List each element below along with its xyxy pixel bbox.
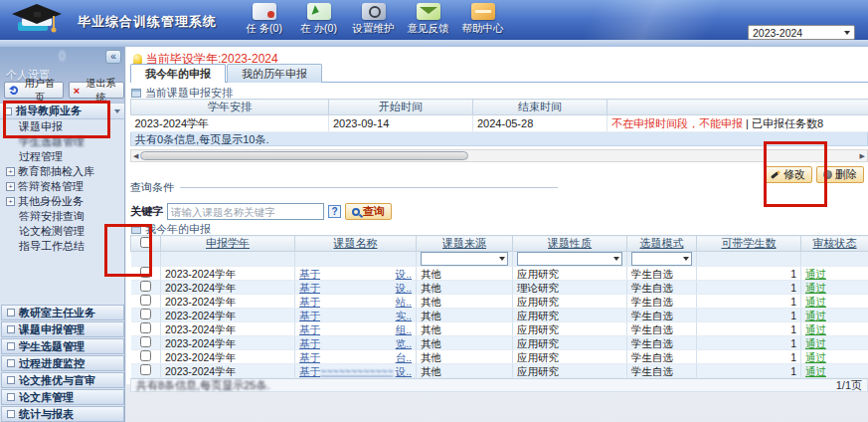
sidebar-item-4[interactable]: +答辩资格管理 bbox=[0, 179, 124, 194]
sidebar-item-6[interactable]: 答辩安排查询 bbox=[0, 209, 124, 224]
topic-title-link-end[interactable]: 览.. bbox=[396, 337, 412, 349]
sidebar-item-3[interactable]: +教育部抽检入库 bbox=[0, 164, 124, 179]
sidebar-item-7[interactable]: 论文检测管理 bbox=[0, 224, 124, 239]
topic-title-link[interactable]: 基于 bbox=[299, 351, 320, 363]
modify-button[interactable]: 修改 bbox=[764, 166, 812, 183]
filter-select[interactable] bbox=[421, 252, 508, 266]
topic-title-link[interactable]: 基于 bbox=[299, 310, 320, 321]
topic-title-link[interactable]: 基于 bbox=[299, 337, 320, 349]
topic-title-link[interactable]: 基于 bbox=[299, 365, 320, 377]
topic-title-link-end[interactable]: 设.. bbox=[396, 268, 412, 280]
nav-item-feedback[interactable]: 意见反馈 bbox=[401, 3, 455, 36]
nav-item-help[interactable]: 帮助中心 bbox=[455, 3, 510, 36]
status-pass-link[interactable]: 通过 bbox=[805, 323, 826, 335]
sidebar-item-2[interactable]: 过程管理 bbox=[0, 149, 124, 164]
scroll-right-icon[interactable]: ▶ bbox=[860, 151, 865, 161]
row-checkbox[interactable] bbox=[140, 322, 151, 333]
report-row-7: 2023-2024学年基于~~~~~~~~~~~~设..其他应用研究学生自选1通… bbox=[131, 364, 868, 378]
sidebar-section-4[interactable]: 论文推优与盲审 bbox=[1, 372, 124, 388]
logout-button[interactable]: × 退出系统 bbox=[69, 82, 124, 99]
delete-button[interactable]: 删除 bbox=[816, 166, 864, 183]
sidebar-section-3[interactable]: 过程进度监控 bbox=[1, 355, 124, 371]
year-select[interactable]: 2023-2024 bbox=[748, 25, 855, 40]
report-table-body: 2023-2024学年基于设..其他应用研究学生自选1通过2023-2024学年… bbox=[131, 267, 868, 378]
scrollbar-thumb[interactable] bbox=[140, 151, 468, 160]
horizontal-scrollbar[interactable]: ◀ ▶ bbox=[130, 149, 868, 162]
nav-item-tasks[interactable]: 任 务(0) bbox=[237, 3, 291, 36]
row-nature-cell: 应用研究 bbox=[513, 364, 627, 378]
row-checkbox[interactable] bbox=[140, 336, 151, 347]
topic-title-link-end[interactable]: 实.. bbox=[396, 310, 412, 321]
scroll-left-icon[interactable]: ◀ bbox=[133, 151, 138, 161]
report-column-header: 课题来源 bbox=[417, 236, 513, 252]
status-pass-link[interactable]: 通过 bbox=[805, 268, 826, 280]
row-year-cell: 2023-2024学年 bbox=[161, 267, 295, 281]
row-checkbox[interactable] bbox=[140, 267, 151, 278]
page-indicator: 1/1页 bbox=[836, 379, 862, 391]
expand-plus-icon[interactable]: + bbox=[6, 182, 15, 191]
filter-select[interactable] bbox=[631, 252, 692, 266]
topic-title-link-end[interactable]: 设.. bbox=[396, 282, 412, 294]
home-button[interactable]: 用户首页 bbox=[4, 82, 64, 99]
expand-plus-icon[interactable]: + bbox=[6, 197, 15, 206]
topic-title-link-end[interactable]: 台.. bbox=[396, 351, 412, 363]
schedule-row: 2023-2024学年 2023-09-14 2024-05-28 不在申报时间… bbox=[131, 115, 868, 132]
topic-title-link[interactable]: 基于 bbox=[299, 323, 320, 335]
column-sort-link[interactable]: 可带学生数 bbox=[722, 237, 777, 249]
topic-title: 基于览.. bbox=[299, 337, 412, 349]
row-checkbox[interactable] bbox=[140, 309, 151, 319]
sidebar-item-8[interactable]: 指导工作总结 bbox=[0, 239, 124, 254]
sidebar-section-5[interactable]: 论文库管理 bbox=[1, 389, 124, 405]
topic-title-link[interactable]: 基于 bbox=[299, 282, 320, 294]
status-pass-link[interactable]: 通过 bbox=[805, 296, 826, 308]
status-pass-link[interactable]: 通过 bbox=[805, 351, 826, 363]
sidebar-section-1[interactable]: 课题申报管理 bbox=[1, 321, 124, 337]
sidebar-section-0[interactable]: 教研室主任业务 bbox=[1, 305, 124, 320]
filter-select[interactable] bbox=[517, 252, 622, 266]
expand-plus-icon[interactable]: + bbox=[6, 167, 15, 176]
column-sort-link[interactable]: 申报学年 bbox=[206, 237, 250, 249]
topic-title-link-end[interactable]: 站.. bbox=[396, 296, 412, 308]
topic-title-link[interactable]: 基于 bbox=[299, 296, 320, 308]
sidebar-collapse-button[interactable]: « bbox=[105, 50, 121, 64]
column-sort-link[interactable]: 课题名称 bbox=[334, 237, 378, 249]
column-sort-link[interactable]: 审核状态 bbox=[813, 237, 857, 249]
status-pass-link[interactable]: 通过 bbox=[805, 310, 826, 321]
sidebar-section-2[interactable]: 学生选题管理 bbox=[1, 338, 124, 354]
column-sort-link[interactable]: 选题模式 bbox=[640, 237, 684, 249]
keyword-input[interactable] bbox=[167, 203, 324, 220]
topic-title-link-end[interactable]: 设.. bbox=[396, 365, 412, 377]
status-pass-link[interactable]: 通过 bbox=[805, 282, 826, 294]
row-source-cell: 其他 bbox=[417, 322, 513, 336]
tab-0[interactable]: 我今年的申报 bbox=[130, 64, 226, 83]
nav-item-inprogress[interactable]: 在 办(0) bbox=[291, 3, 346, 36]
column-sort-link[interactable]: 课题来源 bbox=[442, 237, 486, 249]
sidebar-item-0[interactable]: 课题申报 bbox=[0, 119, 124, 134]
sidebar-item-1[interactable]: 学生选题管理 bbox=[0, 134, 124, 149]
help-question-icon[interactable]: ? bbox=[328, 205, 341, 218]
topic-title-link-end[interactable]: 组.. bbox=[396, 323, 412, 335]
nav-item-settings[interactable]: 设置维护 bbox=[346, 3, 401, 36]
help-icon bbox=[471, 3, 495, 20]
row-checkbox-cell bbox=[131, 309, 161, 322]
row-checkbox[interactable] bbox=[140, 295, 151, 306]
report-column-header: 课题名称 bbox=[295, 236, 417, 252]
nav-item-label: 设置维护 bbox=[353, 22, 395, 36]
sidebar-section-teacher[interactable]: 指导教师业务 bbox=[0, 103, 124, 119]
tab-1[interactable]: 我的历年申报 bbox=[227, 64, 322, 83]
report-footer: 共有8条信息,每页显示25条. 1/1页 bbox=[130, 378, 868, 392]
select-all-checkbox[interactable] bbox=[140, 237, 151, 248]
row-checkbox[interactable] bbox=[140, 364, 151, 375]
main-content: 当前毕设学年:2023-2024 我今年的申报我的历年申报 当前课题申报安排 学… bbox=[126, 47, 868, 384]
column-sort-link[interactable]: 课题性质 bbox=[548, 237, 592, 249]
row-checkbox[interactable] bbox=[140, 350, 151, 361]
row-checkbox[interactable] bbox=[140, 281, 151, 292]
status-pass-link[interactable]: 通过 bbox=[805, 337, 826, 349]
sidebar-item-5[interactable]: +其他身份业务 bbox=[0, 194, 124, 209]
topic-title-link[interactable]: 基于 bbox=[299, 268, 320, 280]
row-students-cell: 1 bbox=[697, 322, 801, 336]
status-pass-link[interactable]: 通过 bbox=[805, 365, 826, 377]
sidebar-section-6[interactable]: 统计与报表 bbox=[1, 406, 124, 422]
row-year-cell: 2023-2024学年 bbox=[161, 322, 295, 336]
search-button[interactable]: 查询 bbox=[345, 203, 392, 220]
